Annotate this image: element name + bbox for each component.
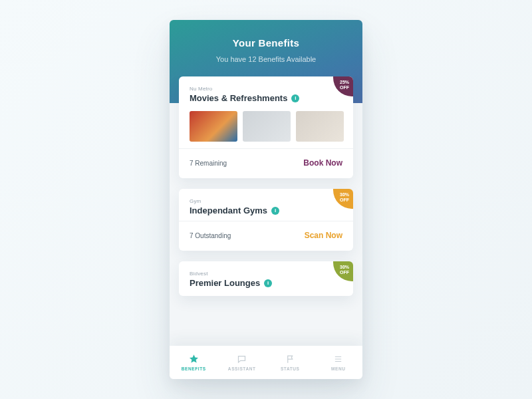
status-text: 7 Outstanding — [190, 232, 231, 239]
thumbnail[interactable] — [296, 111, 344, 142]
thumbnail[interactable] — [243, 111, 291, 142]
tab-label: MENU — [331, 366, 346, 371]
card-supertitle: Gym — [190, 198, 342, 204]
divider — [179, 221, 353, 221]
menu-icon — [332, 354, 344, 364]
card-supertitle: Bidvest — [190, 271, 342, 277]
page-title: Your Benefits — [183, 37, 349, 49]
chat-icon — [236, 354, 248, 364]
page-subtitle: You have 12 Benefits Available — [183, 55, 349, 63]
book-now-button[interactable]: Book Now — [303, 156, 342, 170]
card-title: Premier Lounges — [190, 278, 260, 288]
tab-label: BENEFITS — [182, 366, 206, 371]
card-title: Movies & Refreshments — [190, 93, 287, 103]
phone-frame: Your Benefits You have 12 Benefits Avail… — [170, 20, 362, 379]
scan-now-button[interactable]: Scan Now — [305, 228, 342, 243]
tab-label: ASSISTANT — [228, 366, 256, 371]
benefit-list[interactable]: 25%OFF Nu Metro Movies & Refreshments i … — [170, 76, 362, 379]
flag-icon — [284, 354, 296, 364]
benefit-card[interactable]: 25%OFF Nu Metro Movies & Refreshments i … — [179, 76, 353, 178]
divider — [179, 148, 353, 149]
star-icon — [188, 354, 200, 364]
thumbnail[interactable] — [190, 111, 237, 142]
status-text: 7 Remaining — [190, 160, 227, 167]
benefit-card[interactable]: 30%OFF Gym Independant Gyms i 7 Outstand… — [179, 189, 353, 251]
movie-thumbnails[interactable] — [190, 111, 345, 142]
tab-assistant[interactable]: ASSISTANT — [218, 346, 267, 379]
tab-benefits[interactable]: BENEFITS — [170, 346, 218, 379]
benefit-card[interactable]: 30%OFF Bidvest Premier Lounges i — [179, 261, 353, 296]
card-title: Independant Gyms — [190, 205, 267, 215]
info-icon[interactable]: i — [264, 279, 272, 287]
tab-status[interactable]: STATUS — [266, 346, 315, 379]
card-supertitle: Nu Metro — [190, 86, 342, 92]
tab-menu[interactable]: MENU — [315, 346, 363, 379]
info-icon[interactable]: i — [271, 207, 279, 215]
tab-label: STATUS — [281, 366, 300, 371]
info-icon[interactable]: i — [291, 94, 299, 102]
tab-bar: BENEFITS ASSISTANT STATUS MENU — [170, 346, 362, 379]
